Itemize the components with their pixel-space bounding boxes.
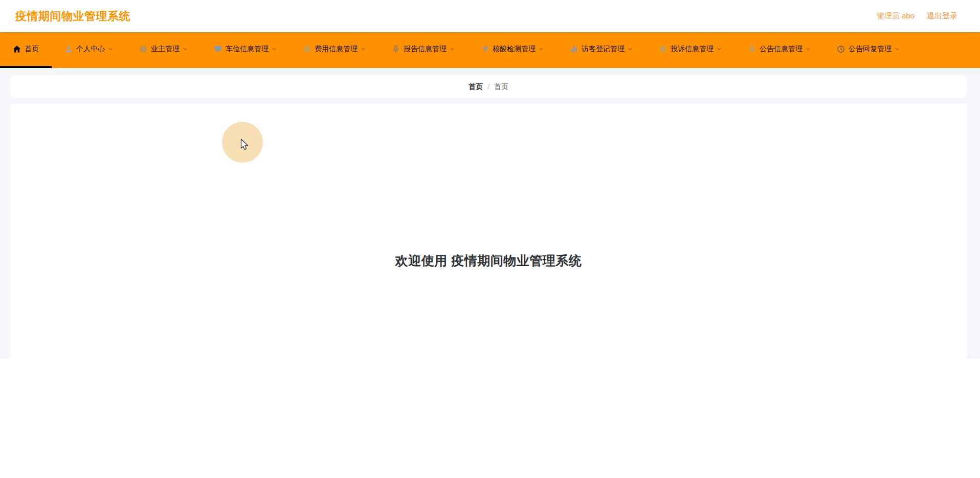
page-content-area: 首页 / 首页 欢迎使用 疫情期间物业管理系统 [0,68,980,358]
ring-icon [139,45,147,53]
nav-tab-label: 首页 [25,45,39,54]
microphone-icon [392,45,400,53]
nav-tab-label: 业主管理 [151,45,180,54]
chevron-down-icon [182,46,188,52]
app-header: 疫情期间物业管理系统 管理员 abo 退出登录 [0,0,980,32]
mouse-cursor-icon [240,139,250,151]
clock-icon [837,45,845,53]
nav-tab-fee-info[interactable]: 费用信息管理 [290,32,379,68]
chevron-down-icon [271,46,277,52]
bar-chart-icon [570,45,578,53]
sliders-icon [303,45,311,53]
breadcrumb: 首页 / 首页 [10,75,967,98]
logout-link[interactable]: 退出登录 [927,11,957,21]
microphone-icon [748,45,756,53]
nav-tab-nucleic-acid-test[interactable]: 核酸检测管理 [468,32,557,68]
home-icon [13,45,21,53]
chevron-down-icon [716,46,722,52]
main-nav: 首页 个人中心 业主管理 车位信息管理 费用信息管理 报告信息管理 [0,32,980,68]
list-icon [659,45,667,53]
nav-tab-label: 个人中心 [76,45,105,54]
chevron-down-icon [894,46,900,52]
nav-tab-owner-management[interactable]: 业主管理 [126,32,201,68]
nav-tab-announcement-reply[interactable]: 公告回复管理 [824,32,913,68]
nav-tab-complaint-info[interactable]: 投诉信息管理 [646,32,735,68]
nav-tab-announcement-info[interactable]: 公告信息管理 [735,32,824,68]
current-user-label: 管理员 abo [877,11,915,21]
breadcrumb-current-item: 首页 [494,82,508,92]
nav-tab-label: 车位信息管理 [226,45,269,54]
app-title: 疫情期间物业管理系统 [15,9,130,24]
chevron-down-icon [360,46,366,52]
chevron-down-icon [627,46,633,52]
welcome-message: 欢迎使用 疫情期间物业管理系统 [10,252,967,269]
nav-tab-label: 报告信息管理 [404,45,447,54]
chevron-down-icon [538,46,544,52]
chevron-down-icon [107,46,114,52]
nav-tab-parking-info[interactable]: 车位信息管理 [201,32,290,68]
chevron-down-icon [805,46,811,52]
breadcrumb-home-link[interactable]: 首页 [469,82,483,92]
nav-tab-report-info[interactable]: 报告信息管理 [379,32,468,68]
main-card: 欢迎使用 疫情期间物业管理系统 [10,104,967,358]
nav-tab-personal-center[interactable]: 个人中心 [52,32,126,68]
chat-icon [214,45,222,53]
breadcrumb-separator: / [487,83,489,91]
nav-tab-label: 公告信息管理 [760,45,803,54]
nav-tab-visitor-registration[interactable]: 访客登记管理 [557,32,646,68]
header-user-area: 管理员 abo 退出登录 [877,11,957,21]
user-icon [64,45,73,53]
nav-tab-label: 费用信息管理 [315,45,358,54]
paper-plane-icon [481,45,489,53]
nav-tab-label: 访客登记管理 [582,45,625,54]
nav-tab-label: 核酸检测管理 [493,45,536,54]
chevron-down-icon [449,46,455,52]
nav-tab-label: 投诉信息管理 [671,45,714,54]
nav-tab-label: 公告回复管理 [849,45,892,54]
nav-tab-home[interactable]: 首页 [0,32,52,68]
